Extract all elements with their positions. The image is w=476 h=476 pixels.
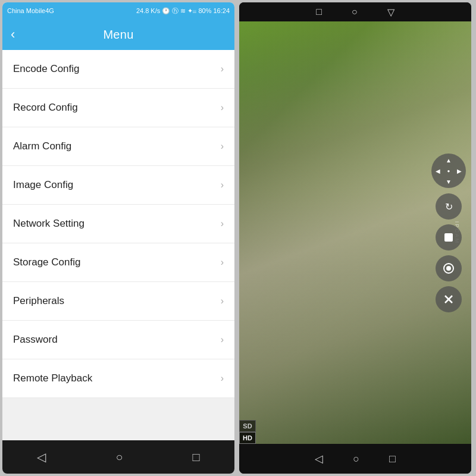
menu-item-alarm-config[interactable]: Alarm Config › bbox=[2, 127, 234, 166]
recent-nav-button[interactable]: □ bbox=[180, 446, 211, 469]
sd-hd-panel: SD HD bbox=[239, 420, 256, 444]
menu-item-password[interactable]: Password › bbox=[2, 321, 234, 359]
status-bar-right: 24.8 K/s 🕐 ⓗ ≋ ✦ᵢᵢᵢ 80% 16:24 bbox=[136, 7, 230, 15]
right-back-button[interactable]: ◁ bbox=[315, 452, 323, 465]
password-label: Password bbox=[13, 334, 58, 346]
dpad-empty-bl bbox=[433, 176, 443, 187]
hd-badge[interactable]: HD bbox=[239, 432, 256, 444]
encode-config-chevron: › bbox=[221, 64, 224, 74]
peripherals-label: Peripherals bbox=[13, 295, 64, 307]
dpad-left-button[interactable]: ◀ bbox=[433, 165, 443, 176]
dpad-empty-tr bbox=[454, 155, 465, 165]
svg-point-2 bbox=[446, 266, 451, 271]
menu-title: Menu bbox=[103, 28, 133, 42]
encode-config-label: Encode Config bbox=[13, 63, 80, 75]
storage-config-chevron: › bbox=[221, 257, 224, 268]
status-bar: China Mobile4G 24.8 K/s 🕐 ⓗ ≋ ✦ᵢᵢᵢ 80% 1… bbox=[2, 2, 234, 19]
dpad-right-button[interactable]: ▶ bbox=[454, 165, 465, 176]
refresh-button[interactable]: ↻ bbox=[436, 193, 462, 220]
right-bottom-nav: ◁ ○ □ bbox=[239, 444, 471, 474]
record-config-chevron: › bbox=[221, 102, 224, 113]
right-home-button[interactable]: ○ bbox=[353, 453, 359, 465]
storage-config-label: Storage Config bbox=[13, 256, 80, 268]
menu-item-storage-config[interactable]: Storage Config › bbox=[2, 243, 234, 282]
menu-item-encode-config[interactable]: Encode Config › bbox=[2, 50, 234, 89]
back-nav-button[interactable]: ◁ bbox=[25, 445, 58, 469]
record-button[interactable] bbox=[436, 224, 462, 250]
snapshot-button[interactable] bbox=[436, 255, 462, 281]
menu-item-record-config[interactable]: Record Config › bbox=[2, 89, 234, 127]
carrier-text: China Mobile4G bbox=[7, 7, 54, 14]
right-circle-icon: ○ bbox=[352, 7, 358, 17]
left-phone: China Mobile4G 24.8 K/s 🕐 ⓗ ≋ ✦ᵢᵢᵢ 80% 1… bbox=[2, 2, 234, 474]
dpad-control[interactable]: ▲ ◀ ● ▶ ▼ bbox=[431, 153, 466, 189]
dpad-center[interactable]: ● bbox=[443, 165, 454, 176]
time-text: 16:24 bbox=[213, 7, 230, 14]
network-setting-label: Network Setting bbox=[13, 218, 84, 230]
right-phone: □ ○ ▽ IPCAM SD HD 2019 ▲ ◀ ● bbox=[239, 2, 471, 474]
menu-item-network-setting[interactable]: Network Setting › bbox=[2, 205, 234, 243]
menu-item-remote-playback[interactable]: Remote Playback › bbox=[2, 359, 234, 398]
sd-badge[interactable]: SD bbox=[239, 420, 256, 432]
right-triangle-icon: ▽ bbox=[387, 7, 394, 18]
peripherals-chevron: › bbox=[221, 296, 224, 306]
menu-item-image-config[interactable]: Image Config › bbox=[2, 166, 234, 205]
dpad-arrows: ▲ ◀ ● ▶ ▼ bbox=[433, 155, 465, 187]
network-setting-chevron: › bbox=[221, 218, 224, 229]
right-status-bar: □ ○ ▽ bbox=[239, 2, 471, 21]
password-chevron: › bbox=[221, 334, 224, 345]
icons-text: 🕐 ⓗ ≋ ✦ᵢᵢᵢ bbox=[162, 7, 196, 15]
camera-view: IPCAM SD HD 2019 ▲ ◀ ● ▶ ▼ bbox=[239, 21, 471, 444]
camera-controls: ▲ ◀ ● ▶ ▼ ↻ bbox=[431, 153, 466, 312]
alarm-config-label: Alarm Config bbox=[13, 140, 71, 152]
record-config-label: Record Config bbox=[13, 102, 78, 114]
svg-rect-0 bbox=[444, 233, 453, 242]
image-config-chevron: › bbox=[221, 180, 224, 190]
dpad-empty-br bbox=[454, 176, 465, 187]
dpad-down-button[interactable]: ▼ bbox=[443, 176, 454, 187]
back-button[interactable]: ‹ bbox=[11, 27, 15, 42]
battery-text: 80% bbox=[198, 7, 211, 14]
menu-header: ‹ Menu bbox=[2, 19, 234, 50]
dpad-empty-tl bbox=[433, 155, 443, 165]
right-square-icon: □ bbox=[316, 7, 322, 17]
remote-playback-label: Remote Playback bbox=[13, 372, 92, 384]
bottom-nav: ◁ ○ □ bbox=[2, 440, 234, 474]
image-config-label: Image Config bbox=[13, 179, 73, 191]
alarm-config-chevron: › bbox=[221, 141, 224, 152]
speed-text: 24.8 K/s bbox=[136, 7, 160, 14]
home-nav-button[interactable]: ○ bbox=[104, 446, 134, 469]
remote-playback-chevron: › bbox=[221, 373, 224, 384]
menu-list: Encode Config › Record Config › Alarm Co… bbox=[2, 50, 234, 440]
close-button[interactable] bbox=[436, 286, 462, 312]
dpad-up-button[interactable]: ▲ bbox=[443, 155, 454, 165]
right-recent-button[interactable]: □ bbox=[389, 453, 396, 465]
menu-item-peripherals[interactable]: Peripherals › bbox=[2, 282, 234, 321]
